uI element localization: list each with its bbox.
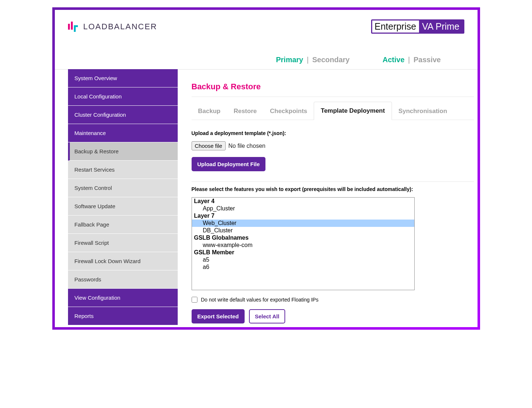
sidebar-item-restart-services[interactable]: Restart Services bbox=[68, 161, 178, 179]
export-action-row: Export Selected Select All bbox=[192, 309, 474, 323]
main-content: Backup & Restore Backup Restore Checkpoi… bbox=[178, 70, 478, 327]
feature-option-www-example-com[interactable]: www-example-com bbox=[192, 242, 414, 249]
brand-logo: LOADBALANCER bbox=[68, 22, 158, 32]
status-secondary: Secondary bbox=[312, 56, 350, 64]
choose-file-button[interactable]: Choose file bbox=[192, 141, 226, 150]
feature-group-layer4: Layer 4 bbox=[192, 198, 414, 205]
tab-backup[interactable]: Backup bbox=[192, 102, 227, 120]
sidebar: System Overview Local Configuration Clus… bbox=[68, 69, 178, 325]
no-default-floating-ips-label: Do not write default values for exported… bbox=[201, 297, 318, 303]
sidebar-item-maintenance[interactable]: Maintenance bbox=[68, 124, 178, 142]
product-badge: Enterprise VA Prime bbox=[371, 19, 464, 34]
export-features-label: Please select the features you wish to e… bbox=[192, 186, 474, 192]
no-default-floating-ips-checkbox[interactable] bbox=[192, 297, 197, 303]
section-divider bbox=[192, 181, 474, 182]
body: System Overview Local Configuration Clus… bbox=[55, 70, 478, 327]
status-active: Active bbox=[382, 56, 404, 64]
file-input-row: Choose file No file chosen bbox=[192, 141, 474, 150]
title-divider bbox=[192, 97, 474, 97]
sidebar-item-software-update[interactable]: Software Update bbox=[68, 197, 178, 216]
sidebar-item-local-configuration[interactable]: Local Configuration bbox=[68, 87, 178, 106]
features-listbox[interactable]: Layer 4 App_Cluster Layer 7 Web_Cluster … bbox=[192, 197, 415, 290]
sidebar-item-cluster-configuration[interactable]: Cluster Configuration bbox=[68, 106, 178, 124]
primary-secondary-status: Primary | Secondary bbox=[276, 56, 350, 64]
feature-option-a5[interactable]: a5 bbox=[192, 256, 414, 263]
sidebar-item-firewall-script[interactable]: Firewall Script bbox=[68, 234, 178, 252]
sidebar-item-reports[interactable]: Reports bbox=[68, 307, 178, 325]
status-bar: Primary | Secondary Active | Passive bbox=[55, 38, 478, 70]
badge-enterprise: Enterprise bbox=[372, 20, 419, 33]
sidebar-item-firewall-lockdown-wizard[interactable]: Firewall Lock Down Wizard bbox=[68, 252, 178, 270]
sidebar-item-view-configuration[interactable]: View Configuration bbox=[68, 289, 178, 307]
svg-rect-2 bbox=[74, 25, 76, 32]
app-inner: LOADBALANCER Enterprise VA Prime Primary… bbox=[55, 10, 478, 327]
status-primary: Primary bbox=[276, 56, 303, 64]
tab-restore[interactable]: Restore bbox=[227, 102, 263, 120]
select-all-button[interactable]: Select All bbox=[249, 309, 285, 323]
feature-option-app-cluster[interactable]: App_Cluster bbox=[192, 205, 414, 212]
feature-option-web-cluster[interactable]: Web_Cluster bbox=[192, 220, 414, 227]
sidebar-item-system-control[interactable]: System Control bbox=[68, 179, 178, 197]
svg-rect-3 bbox=[76, 25, 78, 27]
badge-va-prime: VA Prime bbox=[419, 20, 463, 33]
file-status: No file chosen bbox=[229, 143, 265, 149]
feature-group-gslb-member: GSLB Member bbox=[192, 249, 414, 256]
sidebar-item-passwords[interactable]: Passwords bbox=[68, 270, 178, 289]
tab-synchronisation[interactable]: Synchronisation bbox=[392, 102, 454, 120]
upload-deployment-file-button[interactable]: Upload Deployment File bbox=[192, 157, 266, 171]
active-passive-status: Active | Passive bbox=[382, 56, 441, 64]
svg-rect-0 bbox=[68, 24, 70, 30]
sidebar-item-fallback-page[interactable]: Fallback Page bbox=[68, 216, 178, 234]
tab-checkpoints[interactable]: Checkpoints bbox=[263, 102, 314, 120]
feature-group-layer7: Layer 7 bbox=[192, 212, 414, 220]
svg-rect-1 bbox=[71, 22, 73, 30]
feature-group-gslb-globalnames: GSLB Globalnames bbox=[192, 234, 414, 242]
page-title: Backup & Restore bbox=[192, 82, 474, 91]
feature-option-db-cluster[interactable]: DB_Cluster bbox=[192, 227, 414, 234]
upload-template-label: Upload a deployment template (*.json): bbox=[192, 130, 474, 136]
sidebar-item-backup-restore[interactable]: Backup & Restore bbox=[68, 142, 178, 161]
app-frame: LOADBALANCER Enterprise VA Prime Primary… bbox=[52, 7, 480, 330]
tabs: Backup Restore Checkpoints Template Depl… bbox=[192, 101, 474, 120]
tab-template-deployment[interactable]: Template Deployment bbox=[314, 102, 392, 120]
export-selected-button[interactable]: Export Selected bbox=[192, 309, 245, 323]
loadbalancer-icon bbox=[68, 22, 80, 32]
status-passive: Passive bbox=[414, 56, 441, 64]
sidebar-item-system-overview[interactable]: System Overview bbox=[68, 69, 178, 87]
header: LOADBALANCER Enterprise VA Prime bbox=[55, 10, 478, 38]
brand-name: LOADBALANCER bbox=[83, 22, 158, 31]
feature-option-a6[interactable]: a6 bbox=[192, 263, 414, 271]
default-values-checkbox-row: Do not write default values for exported… bbox=[192, 297, 474, 303]
